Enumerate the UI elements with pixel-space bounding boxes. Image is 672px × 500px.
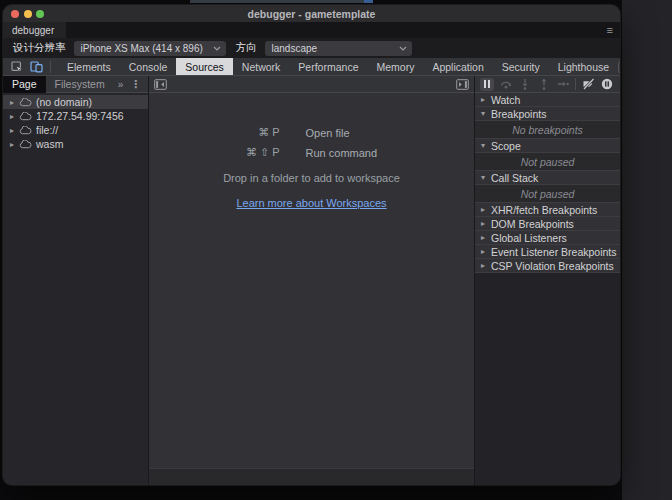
workspaces-link[interactable]: Learn more about Workspaces [236,197,386,209]
file-tree-item[interactable]: ▸ wasm [3,137,148,151]
debugger-section-header[interactable]: ▸ DOM Breakpoints [475,217,620,231]
section-label: Breakpoints [491,108,546,120]
step-into-icon [519,78,531,90]
drop-folder-hint: Drop in a folder to add to workspace [223,172,400,184]
devtools-tab-security[interactable]: Security [493,58,549,75]
collapse-navigator-icon[interactable] [154,79,167,90]
debugger-section-header[interactable]: ▸ Event Listener Breakpoints [475,245,620,259]
app-window: debugger - gametemplate debugger ≡ 设计分辨率… [3,5,620,485]
device-toolbar-icon[interactable] [30,61,43,73]
pause-icon [484,80,490,88]
resolution-label: 设计分辨率 [13,41,66,55]
step-out-button[interactable] [537,78,551,91]
navigator-tab-page[interactable]: Page [3,76,46,93]
chevron-right-icon: ▸ [10,126,19,135]
section-toggle-icon: ▸ [481,261,491,270]
debugger-section-header[interactable]: ▾ Breakpoints [475,107,620,121]
cloud-icon [19,98,32,107]
debugger-section-header[interactable]: ▾ Scope [475,139,620,153]
sources-panel: Page Filesystem » ⋮ ▸ (no domain) ▸ 172.… [3,76,620,485]
deactivate-breakpoints-button[interactable] [581,78,595,91]
devtools-panel-tabs: ElementsConsoleSourcesNetworkPerformance… [58,58,618,75]
pause-script-button[interactable] [480,78,494,91]
more-tabs-chevrons[interactable]: » [114,79,128,90]
file-tree-item-label: wasm [36,138,63,150]
hamburger-menu-icon[interactable]: ≡ [607,22,613,38]
devtools-tab-network[interactable]: Network [233,58,290,75]
inspect-element-icon[interactable] [11,61,23,73]
navigator-tab-label: Filesystem [55,78,105,90]
debugger-section-header[interactable]: ▸ Global Listeners [475,231,620,245]
shortcut-list: ⌘ POpen file⌘ ⇧ PRun command [246,126,377,159]
devtools-tab-elements[interactable]: Elements [58,58,120,75]
file-tree-item[interactable]: ▸ 172.27.54.99:7456 [3,109,148,123]
console-message-badges[interactable]: 1 4 [618,60,620,74]
debugger-section-header[interactable]: ▸ XHR/fetch Breakpoints [475,203,620,217]
pause-on-exceptions-button[interactable] [600,78,614,91]
chevron-down-icon [399,46,407,51]
debugger-section-header[interactable]: ▸ CSP Violation Breakpoints [475,259,620,273]
devtools-tab-console[interactable]: Console [120,58,177,75]
shortcut-keys: ⌘ P [258,126,279,139]
shortcut-keys: ⌘ ⇧ P [246,146,280,159]
chevron-down-icon [213,46,221,51]
orientation-select[interactable]: landscape [265,41,412,56]
chevron-right-icon: ▸ [10,140,19,149]
devtools-tab-application[interactable]: Application [423,58,492,75]
chevron-right-icon: ▸ [10,112,19,121]
debugger-section-header[interactable]: ▾ Call Stack [475,171,620,185]
file-tree-item[interactable]: ▸ file:// [3,123,148,137]
desktop-background: debugger - gametemplate debugger ≡ 设计分辨率… [0,0,672,500]
devtools-tab-memory[interactable]: Memory [367,58,423,75]
background-window-accent [364,0,373,3]
file-tree-item-label: 172.27.54.99:7456 [36,110,124,122]
background-window-sliver [190,0,372,3]
section-toggle-icon: ▸ [481,247,491,256]
editor-status-bar [149,468,474,485]
devtools-tab-lighthouse[interactable]: Lighthouse [549,58,618,75]
section-label: Scope [491,140,521,152]
title-bar[interactable]: debugger - gametemplate [3,5,620,22]
toolbar-separator [50,61,51,73]
step-into-button[interactable] [518,78,532,91]
pause-on-exceptions-icon [601,78,613,90]
section-info-text: No breakpoints [475,121,620,139]
debugger-sections: ▸ Watch ▾ Breakpoints No breakpoints ▾ S… [475,93,620,273]
navigator-tab-label: Page [12,78,37,90]
section-label: CSP Violation Breakpoints [491,260,614,272]
desktop-right-area [622,0,672,500]
step-button[interactable] [556,78,570,91]
orientation-value: landscape [272,43,318,54]
section-label: Global Listeners [491,232,567,244]
navigator-tab-filesystem[interactable]: Filesystem [46,76,114,93]
controls-separator [575,78,576,90]
orientation-label: 方向 [236,41,257,55]
file-tree-item[interactable]: ▸ (no domain) [3,95,148,109]
cloud-icon [19,112,32,121]
window-title: debugger - gametemplate [3,8,620,20]
section-toggle-icon: ▾ [481,173,491,182]
collapse-debugger-icon[interactable] [456,79,469,90]
debugger-section-header[interactable]: ▸ Watch [475,93,620,107]
file-tree-item-label: (no domain) [36,96,92,108]
resolution-value: iPhone XS Max (414 x 896) [81,43,203,54]
step-icon [557,78,569,90]
file-tree: ▸ (no domain) ▸ 172.27.54.99:7456 ▸ file… [3,93,148,151]
step-over-button[interactable] [499,78,513,91]
section-info-text: Not paused [475,185,620,203]
devtools-tab-performance[interactable]: Performance [289,58,367,75]
section-toggle-icon: ▾ [481,141,491,150]
browser-tab-debugger[interactable]: debugger [3,22,66,38]
deactivate-breakpoints-icon [582,78,595,90]
navigator-menu-icon[interactable]: ⋮ [130,78,148,91]
browser-tab-strip: debugger ≡ [3,22,620,38]
navigator-sidebar: Page Filesystem » ⋮ ▸ (no domain) ▸ 172.… [3,76,149,485]
resolution-select[interactable]: iPhone XS Max (414 x 896) [74,41,226,56]
cloud-icon [19,140,32,149]
section-toggle-icon: ▸ [481,233,491,242]
debugger-sidebar: ▸ Watch ▾ Breakpoints No breakpoints ▾ S… [474,76,620,485]
device-settings-bar: 设计分辨率 iPhone XS Max (414 x 896) 方向 lands… [3,38,620,58]
devtools-tab-sources[interactable]: Sources [176,58,233,75]
section-label: XHR/fetch Breakpoints [491,204,597,216]
section-label: Call Stack [491,172,538,184]
